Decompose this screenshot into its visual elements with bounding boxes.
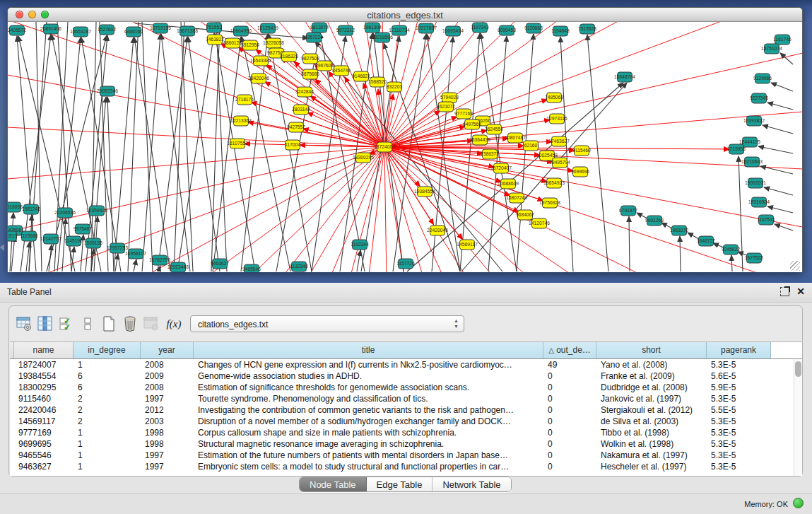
graph-node-label: 1588520 [368,79,387,84]
graph-edge[interactable] [587,35,608,271]
graph-edge[interactable] [629,216,630,271]
table-row[interactable]: 946554611997Estimation of the future num… [10,450,802,461]
table-cell: 0 [543,461,596,472]
table-row[interactable]: 946362711997Embryonic stem cells: a mode… [10,461,802,472]
function-builder-button[interactable]: f(x) [162,318,186,330]
graph-edge[interactable] [384,22,802,147]
dropdown-stepper-icon: ▲▼ [454,318,459,329]
graph-edge[interactable] [680,236,681,271]
table-row[interactable]: 969969511998Structural magnetic resonanc… [10,438,802,450]
table-row[interactable]: 1456911722003Disruption of a novel membe… [10,416,802,427]
table-cell: 5.5E-5 [707,404,771,416]
table-cell: 5.3E-5 [707,438,771,450]
graph-edge[interactable] [251,102,384,147]
graph-node-label: 2405572 [8,28,26,33]
graph-node-label: 62160 [524,143,538,148]
table-row[interactable]: 2242004622012Investigating the contribut… [10,404,802,416]
table-rows: 1872400712008Changes of HCN gene express… [10,359,802,472]
graph-edge[interactable] [91,22,96,271]
table-row[interactable]: 1872400712008Changes of HCN gene express… [10,359,802,370]
table-cell: Stergiakouli et al. (2012) [596,404,707,416]
citation-network-graph[interactable]: 2405572208914061065328715276026466160107… [8,22,802,272]
tab-network-table[interactable]: Network Table [433,477,510,491]
graph-edge[interactable] [780,53,793,64]
graph-edge[interactable] [211,22,220,271]
graph-edge[interactable] [134,37,170,271]
graph-edge[interactable] [357,250,360,271]
table-row[interactable]: 1938455462009Genome-wide association stu… [10,370,802,382]
table-row[interactable]: 1830029562008Estimation of significance … [10,382,802,393]
graph-edge[interactable] [739,156,743,271]
graph-node-label: 7485063 [545,95,563,100]
graph-node-label: 1157726 [396,261,415,266]
table-scrollbar-thumb[interactable] [795,361,801,377]
graph-edge[interactable] [775,224,793,230]
graph-node-label: 18226058 [263,40,284,45]
graph-edge[interactable] [10,213,13,271]
tab-edge-table[interactable]: Edge Table [367,477,433,491]
table-settings-button[interactable] [13,313,35,334]
graph-edge[interactable] [128,22,139,271]
new-table-button[interactable] [98,313,119,334]
table-cell: 1998 [141,438,194,450]
column-header-short[interactable]: short [596,342,707,358]
graph-edge[interactable] [731,255,732,271]
table-row[interactable]: 977716911998Corpus callosum shape and si… [10,427,802,438]
graph-edge[interactable] [560,37,573,271]
column-header-in_degree[interactable]: in_degree [73,342,141,358]
graph-edge[interactable] [213,37,241,271]
graph-edge[interactable] [763,125,793,134]
unselect-all-button[interactable] [77,313,98,334]
table-cell: 1 [73,450,141,461]
graph-node-label: 15751074 [761,46,782,51]
float-panel-icon[interactable] [780,287,789,296]
column-header-out_de[interactable]: △ out_de… [543,342,596,358]
graph-edge[interactable] [215,33,255,271]
table-scrollbar[interactable] [794,359,802,476]
column-select-button[interactable] [35,313,56,334]
delete-rows-button[interactable] [119,313,141,334]
table-select-dropdown[interactable]: citations_edges.txt ▲▼ [190,315,464,332]
column-header-pagerank[interactable]: pagerank [707,342,771,358]
graph-edge[interactable] [114,37,134,271]
close-panel-icon[interactable]: ✕ [796,286,805,296]
graph-edge[interactable] [767,206,793,213]
table-row[interactable]: 911546021997Tourette syndrome. Phenomeno… [10,393,802,404]
graph-edge[interactable] [134,259,136,271]
column-header-name[interactable]: name [14,342,73,358]
memory-status-label: Memory: OK [744,500,788,508]
graph-edge[interactable] [216,22,227,271]
graph-edge[interactable] [115,254,118,271]
graph-edge[interactable] [32,147,384,272]
window-resize-grip[interactable] [790,261,800,271]
graph-edge[interactable] [100,22,108,271]
tab-node-table[interactable]: Node Table [300,477,367,491]
graph-edge[interactable] [384,147,399,272]
table-cell: 2 [73,404,141,416]
graph-edge[interactable] [758,146,793,153]
graph-edge[interactable] [241,34,268,271]
column-header-year[interactable]: year [141,342,194,358]
table-cell: 18724007 [14,359,73,370]
table-cell: 0 [543,450,596,461]
network-canvas[interactable]: 2405572208914061065328715276026466160107… [8,22,802,272]
graph-node-label: 9120663 [524,25,543,30]
graph-edge[interactable] [764,187,793,195]
table-cell: Investigating the contribution of common… [194,404,543,416]
collapse-panel-arrow-icon[interactable] [0,244,4,251]
column-header-title[interactable]: title [194,342,543,358]
table-cell: 2003 [141,416,194,427]
table-cell: 14569117 [14,416,73,427]
select-all-button[interactable]: ✓✓ [56,313,77,334]
graph-edge[interactable] [767,103,793,110]
graph-edge[interactable] [384,43,460,271]
graph-node-label: 8186328 [280,54,298,59]
window-titlebar[interactable]: citations_edges.txt [8,8,802,22]
memory-status-indicator[interactable] [793,498,804,508]
graph-edge[interactable] [49,245,52,271]
graph-node-label: 9129966 [753,76,772,81]
graph-edge[interactable] [771,83,793,91]
graph-edge[interactable] [310,96,384,147]
graph-edge[interactable] [517,34,534,271]
graph-node-label: 20891406 [40,26,61,31]
